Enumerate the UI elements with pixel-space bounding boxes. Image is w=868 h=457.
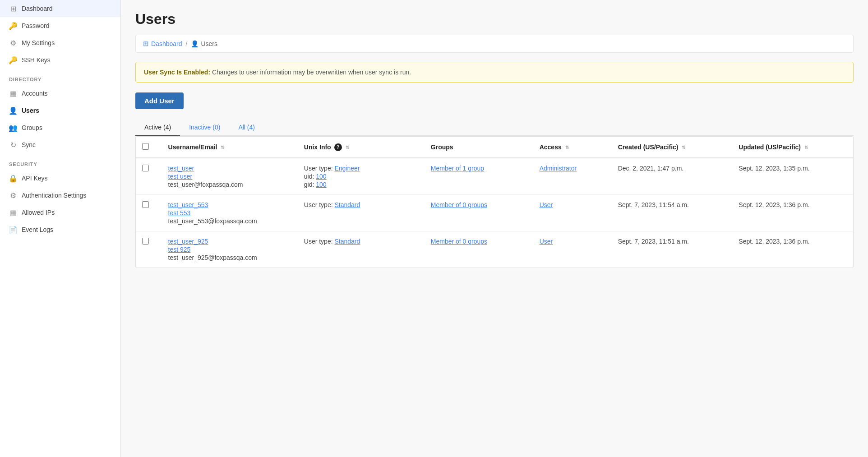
th-unix: Unix Info ? ⇅ [298, 137, 425, 158]
tab-all[interactable]: All (4) [229, 119, 264, 136]
tab-active[interactable]: Active (4) [135, 119, 180, 136]
directory-section-label: DIRECTORY [0, 69, 120, 85]
display-name-link-0[interactable]: test user [168, 173, 291, 180]
row-checkbox-1[interactable] [142, 201, 149, 208]
user-cell-2: test_user_925 test 925 test_user_925@fox… [168, 238, 291, 261]
sidebar-item-ssh-keys[interactable]: 🔑SSH Keys [0, 51, 120, 69]
breadcrumb-parent-label: Dashboard [151, 40, 182, 47]
th-updated-label: Updated (US/Pacific) [739, 143, 801, 151]
user-tabs: Active (4)Inactive (0)All (4) [135, 119, 854, 136]
updated-1: Sept. 12, 2023, 1:36 p.m. [732, 195, 853, 231]
select-all-checkbox[interactable] [142, 143, 149, 150]
api-keys-icon: 🔒 [9, 174, 17, 182]
th-username: Username/Email ⇅ [162, 137, 298, 158]
sidebar-item-accounts[interactable]: ▦Accounts [0, 85, 120, 102]
sidebar-item-users[interactable]: 👤Users [0, 102, 120, 119]
sidebar-item-event-logs[interactable]: 📄Event Logs [0, 221, 120, 238]
allowed-ips-icon: ▦ [9, 208, 17, 217]
sidebar-label-authentication-settings: Authentication Settings [22, 192, 86, 199]
breadcrumb: ⊞ Dashboard / 👤 Users [135, 35, 854, 53]
sidebar-label-ssh-keys: SSH Keys [22, 56, 51, 64]
th-checkbox [136, 137, 162, 158]
groups-link-1[interactable]: Member of 0 groups [431, 201, 487, 208]
email-0: test_user@foxpassqa.com [168, 181, 291, 188]
row-checkbox-0[interactable] [142, 165, 149, 171]
sidebar-label-sync: Sync [22, 141, 36, 148]
user-breadcrumb-icon: 👤 [191, 40, 199, 47]
sidebar-label-api-keys: API Keys [22, 175, 48, 182]
table-row: test_user_553 test 553 test_user_553@fox… [136, 195, 853, 231]
created-0: Dec. 2, 2021, 1:47 p.m. [612, 158, 733, 195]
access-link-2[interactable]: User [540, 238, 553, 245]
display-name-link-2[interactable]: test 925 [168, 246, 291, 253]
th-created: Created (US/Pacific) ⇅ [612, 137, 733, 158]
sidebar-item-dashboard[interactable]: ⊞Dashboard [0, 0, 120, 17]
alert-bold-text: User Sync Is Enabled: [144, 69, 210, 76]
gid-0: gid: 100 [304, 181, 418, 188]
sidebar-item-sync[interactable]: ↻Sync [0, 136, 120, 153]
table-header-row: Username/Email ⇅ Unix Info ? ⇅ [136, 137, 853, 158]
groups-link-0[interactable]: Member of 1 group [431, 165, 484, 172]
uid-link-0[interactable]: 100 [316, 173, 326, 180]
sidebar-item-api-keys[interactable]: 🔒API Keys [0, 170, 120, 187]
unix-help-icon[interactable]: ? [334, 143, 342, 151]
created-sort-icon[interactable]: ⇅ [682, 145, 685, 150]
users-icon: 👤 [9, 106, 17, 115]
sidebar-item-my-settings[interactable]: ⚙My Settings [0, 34, 120, 51]
access-link-0[interactable]: Administrator [540, 165, 577, 172]
username-link-2[interactable]: test_user_925 [168, 238, 291, 245]
page-title: Users [135, 11, 854, 28]
event-logs-icon: 📄 [9, 226, 17, 234]
groups-link-2[interactable]: Member of 0 groups [431, 238, 487, 245]
ssh-keys-icon: 🔑 [9, 56, 17, 64]
sidebar-label-event-logs: Event Logs [22, 226, 53, 233]
user-sync-alert: User Sync Is Enabled: Changes to user in… [135, 62, 854, 83]
updated-2: Sept. 12, 2023, 1:36 p.m. [732, 231, 853, 268]
sidebar-item-password[interactable]: 🔑Password [0, 17, 120, 34]
sidebar-label-groups: Groups [22, 124, 42, 131]
sidebar-label-my-settings: My Settings [22, 39, 55, 46]
updated-0: Sept. 12, 2023, 1:35 p.m. [732, 158, 853, 195]
display-name-link-1[interactable]: test 553 [168, 209, 291, 217]
user-type-link-2[interactable]: Standard [334, 238, 360, 245]
tab-inactive[interactable]: Inactive (0) [180, 119, 229, 136]
username-link-1[interactable]: test_user_553 [168, 201, 291, 208]
groups-icon: 👥 [9, 124, 17, 132]
users-table-wrap: Username/Email ⇅ Unix Info ? ⇅ [135, 136, 854, 268]
main-content: Users ⊞ Dashboard / 👤 Users User Sync Is… [121, 0, 868, 457]
sync-icon: ↻ [9, 141, 17, 149]
table-row: test_user test user test_user@foxpassqa.… [136, 158, 853, 195]
row-checkbox-2[interactable] [142, 238, 149, 245]
sidebar-item-authentication-settings[interactable]: ⚙Authentication Settings [0, 187, 120, 204]
sidebar-item-allowed-ips[interactable]: ▦Allowed IPs [0, 204, 120, 221]
user-type-link-0[interactable]: Engineer [334, 165, 360, 172]
uid-0: uid: 100 [304, 173, 418, 180]
th-groups: Groups [425, 137, 533, 158]
breadcrumb-dashboard-link[interactable]: ⊞ Dashboard [143, 40, 182, 48]
access-link-1[interactable]: User [540, 201, 553, 208]
user-type-0: User type: Engineer [304, 165, 418, 172]
accounts-icon: ▦ [9, 89, 17, 97]
th-groups-label: Groups [431, 143, 453, 151]
access-sort-icon[interactable]: ⇅ [565, 145, 569, 150]
sidebar-label-users: Users [22, 107, 39, 114]
unix-sort-icon[interactable]: ⇅ [346, 145, 349, 150]
sidebar-label-accounts: Accounts [22, 90, 48, 97]
unix-cell-0: User type: Engineeruid: 100gid: 100 [304, 165, 418, 188]
sidebar-label-dashboard: Dashboard [22, 5, 53, 12]
email-1: test_user_553@foxpassqa.com [168, 217, 291, 225]
user-type-link-1[interactable]: Standard [334, 201, 360, 208]
th-created-label: Created (US/Pacific) [618, 143, 679, 151]
unix-cell-1: User type: Standard [304, 201, 418, 208]
user-type-1: User type: Standard [304, 201, 418, 208]
sidebar-item-groups[interactable]: 👥Groups [0, 119, 120, 136]
gid-link-0[interactable]: 100 [316, 181, 326, 188]
username-link-0[interactable]: test_user [168, 165, 291, 172]
alert-body-text: Changes to user information may be overw… [212, 69, 411, 76]
user-cell-0: test_user test user test_user@foxpassqa.… [168, 165, 291, 188]
users-table: Username/Email ⇅ Unix Info ? ⇅ [136, 137, 853, 268]
add-user-button[interactable]: Add User [135, 92, 184, 109]
username-sort-icon[interactable]: ⇅ [221, 145, 224, 150]
updated-sort-icon[interactable]: ⇅ [804, 145, 808, 150]
password-icon: 🔑 [9, 22, 17, 30]
